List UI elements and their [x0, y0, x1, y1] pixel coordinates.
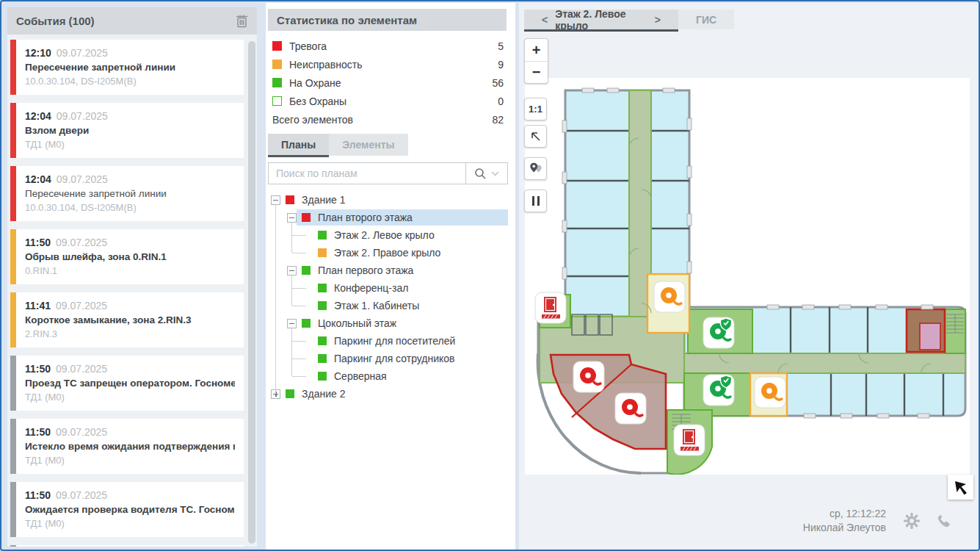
event-severity-stripe	[10, 419, 16, 474]
phone-icon	[934, 511, 954, 530]
tree-item-body: Здание 1	[280, 192, 508, 208]
event-card[interactable]: 12:0409.07.2025Пересечение запретной лин…	[10, 166, 244, 221]
plan-search-input[interactable]	[268, 162, 465, 184]
alarm-bell-icon[interactable]	[573, 361, 604, 392]
status-swatch	[272, 41, 282, 51]
event-severity-stripe	[10, 482, 16, 537]
event-title: Взлом двери	[25, 123, 235, 137]
event-title: Пересечение запретной линии	[25, 187, 235, 201]
door-device-icon[interactable]	[535, 292, 566, 323]
tree-item[interactable]: Здание 2	[268, 385, 508, 403]
tree-item[interactable]: Цокольный этаж	[268, 314, 508, 332]
tree-item[interactable]: План второго этажа	[268, 209, 508, 226]
event-date: 09.07.2025	[56, 426, 107, 438]
settings-button[interactable]	[902, 511, 921, 533]
tree-connector	[292, 341, 306, 342]
event-card[interactable]: 12:1009.07.2025Пересечение запретной лин…	[10, 40, 244, 95]
tab-floor-plan[interactable]: < Этаж 2. Левое крыло >	[524, 10, 678, 29]
event-time-row: 12:0409.07.2025	[25, 109, 235, 123]
event-card[interactable]: 11:5009.07.2025Проезд ТС запрещен операт…	[10, 356, 244, 411]
statistics-header: Статистика по элементам	[268, 9, 507, 31]
tree-expander-minus[interactable]	[287, 319, 297, 328]
stat-value: 5	[498, 40, 504, 52]
phone-button[interactable]	[934, 511, 954, 533]
tree-item-label: Паркинг для посетителей	[334, 335, 455, 347]
event-card[interactable]: 11:5009.07.2025Истекло время ожидания по…	[10, 419, 244, 474]
tree-item-label: Паркинг для сотрудников	[334, 353, 455, 364]
event-time-row: 11:5009.07.2025	[25, 489, 235, 503]
stat-value: 56	[492, 77, 504, 89]
event-severity-stripe	[10, 292, 16, 347]
status-datetime: ср, 12:12:22	[803, 507, 886, 521]
tab-elements[interactable]: Элементы	[329, 134, 407, 156]
alarm-zone[interactable]	[551, 355, 666, 449]
alarm-bell-icon[interactable]	[615, 393, 646, 424]
event-date: 09.07.2025	[56, 489, 107, 501]
chevron-down-icon	[491, 171, 499, 176]
events-title: События (100)	[16, 15, 95, 27]
tree-connector	[275, 205, 276, 394]
status-username: Николай Элеутов	[803, 521, 886, 535]
tree-item[interactable]: Здание 1	[268, 191, 508, 209]
tree-expander-minus[interactable]	[287, 213, 297, 223]
corridor-zone[interactable]	[684, 353, 965, 373]
northwest-arrow-icon	[529, 130, 542, 143]
plans-elements-tabs: ПланыЭлементы	[268, 134, 408, 156]
next-floor-arrow[interactable]: >	[655, 14, 661, 26]
status-swatch	[272, 78, 282, 87]
trash-icon[interactable]	[236, 14, 248, 28]
event-severity-stripe	[10, 545, 16, 547]
gis-tab-label: ГИС	[696, 14, 716, 26]
plan-search-button[interactable]	[465, 162, 508, 184]
actual-size-button[interactable]: 1:1	[524, 98, 547, 120]
event-card[interactable]: 11:5009.07.2025Обрыв шлейфа, зона 0.RIN.…	[10, 229, 244, 284]
map-pins-icon	[528, 161, 544, 177]
reset-view-button[interactable]	[948, 475, 973, 500]
tree-connector	[292, 306, 306, 306]
guarded-bell-icon[interactable]	[703, 375, 734, 406]
event-card[interactable]: 11:5009.07.2025Ожидается проверка водите…	[10, 482, 244, 537]
pan-mode-button[interactable]	[524, 125, 547, 148]
tree-connector	[292, 235, 306, 236]
tree-connector	[292, 359, 306, 359]
tree-status-square	[318, 372, 327, 381]
fault-bell-icon[interactable]	[654, 281, 685, 312]
statistics-title: Статистика по элементам	[277, 14, 417, 26]
event-card[interactable]: 11:4109.07.2025Короткое замыкание, зона …	[10, 292, 244, 347]
show-markers-button[interactable]	[524, 157, 547, 180]
tree-item-label: План второго этажа	[318, 212, 413, 223]
tree-expander-minus[interactable]	[271, 195, 280, 205]
tree-item[interactable]: План первого этажа	[268, 262, 508, 279]
floor-plan-svg	[525, 78, 970, 475]
event-severity-stripe	[10, 166, 16, 221]
tree-expander-minus[interactable]	[287, 266, 297, 276]
zoom-in-button[interactable]: +	[525, 39, 548, 61]
tree-status-square	[286, 195, 294, 204]
event-title: Ожидается проверка водителя ТС. Госномер…	[25, 503, 235, 516]
tree-status-square	[318, 336, 327, 345]
event-title: Проезд ТС запрещен оператором. Госномер …	[25, 376, 235, 390]
guarded-bell-icon[interactable]	[703, 317, 734, 348]
tab-plans[interactable]: Планы	[268, 134, 329, 156]
door-device-icon[interactable]	[674, 425, 705, 455]
event-date: 09.07.2025	[56, 363, 107, 375]
tree-connector	[292, 376, 306, 377]
prev-floor-arrow[interactable]: <	[542, 14, 548, 26]
stat-label: Без Охраны	[289, 96, 498, 107]
tree-item-label: План первого этажа	[318, 264, 413, 276]
tree-item-body: План второго этажа	[297, 209, 508, 226]
events-scrollbar-thumb[interactable]	[248, 41, 255, 544]
plan-search-row	[268, 162, 508, 184]
event-card[interactable]: 12:0209.07.2025	[10, 545, 244, 547]
event-body: 11:5009.07.2025Обрыв шлейфа, зона 0.RIN.…	[16, 229, 244, 284]
tree-status-square	[318, 284, 327, 292]
tab-gis[interactable]: ГИС	[678, 10, 734, 29]
tree-connector	[292, 288, 306, 289]
tree-connector	[291, 328, 292, 376]
zoom-out-button[interactable]: −	[525, 61, 548, 83]
fault-bell-icon[interactable]	[755, 377, 785, 408]
events-list: 12:1009.07.2025Пересечение запретной лин…	[10, 40, 244, 547]
event-card[interactable]: 12:0409.07.2025Взлом двериТД1 (М0)	[10, 103, 244, 158]
stat-label: На Охране	[289, 77, 492, 89]
pause-button[interactable]	[524, 190, 547, 212]
